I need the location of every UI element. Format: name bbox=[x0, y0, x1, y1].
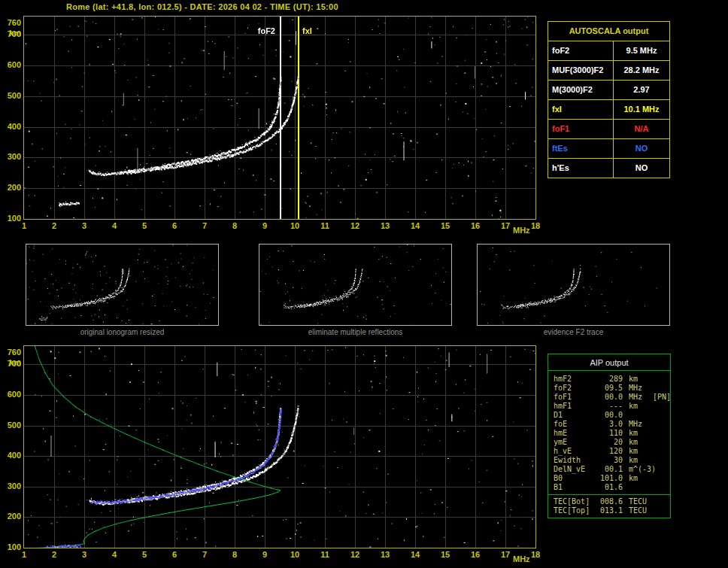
x-tick-label: 14 bbox=[407, 222, 423, 230]
aip-tec-label: TEC[Top] bbox=[554, 506, 597, 515]
aip-row-label: hmF1 bbox=[554, 402, 597, 411]
autoscala-row-label: foF1 bbox=[548, 120, 613, 138]
aip-row-unit: MHz bbox=[629, 384, 642, 393]
aip-table-rows: hmF2289kmfoF209.5MHzfoF100.0MHz[PN]hmF1-… bbox=[548, 371, 670, 494]
aip-row-value: 00.0 bbox=[597, 393, 623, 402]
aip-row: foE3.0MHz bbox=[554, 420, 670, 429]
aip-row: DelN_vE00.1m^(-3) bbox=[554, 465, 670, 474]
x-tick-label: 7 bbox=[196, 222, 213, 230]
aip-tec-row: TEC[Top]013.1TECU bbox=[554, 506, 670, 515]
aip-tec-rows: TEC[Bot]008.6TECUTEC[Top]013.1TECU bbox=[548, 494, 670, 518]
autoscala-row-label: h'Es bbox=[548, 159, 613, 178]
autoscala-row-value: NO bbox=[613, 159, 669, 178]
x-tick-label: 15 bbox=[437, 222, 453, 230]
x-tick-label: 16 bbox=[467, 551, 484, 559]
autoscala-row-value: 28.2 MHz bbox=[613, 61, 669, 80]
x-tick-label: 6 bbox=[166, 551, 183, 559]
x-tick-label: 5 bbox=[136, 551, 153, 559]
x-tick-label: 16 bbox=[467, 222, 484, 230]
x-tick-label: 13 bbox=[377, 551, 393, 559]
aip-row-label: hmE bbox=[554, 429, 597, 438]
autoscala-row-value: 10.1 MHz bbox=[613, 100, 669, 119]
x-tick-label: 2 bbox=[46, 222, 62, 230]
aip-tec-row: TEC[Bot]008.6TECU bbox=[554, 497, 670, 506]
aip-row-label: DelN_vE bbox=[554, 465, 597, 474]
autoscala-row: ftEsNO bbox=[548, 138, 669, 158]
y-tick-label: 500 bbox=[0, 92, 21, 100]
aip-row-label: foF1 bbox=[554, 393, 597, 402]
aip-row: ymE20km bbox=[554, 438, 670, 447]
aip-row-note: [PN] bbox=[653, 393, 671, 401]
aip-row: hmF2289km bbox=[554, 375, 670, 384]
aip-tec-value: 008.6 bbox=[597, 497, 623, 506]
aip-row-value: 20 bbox=[597, 438, 623, 447]
aip-tec-label: TEC[Bot] bbox=[554, 497, 597, 506]
x-tick-label: 13 bbox=[377, 222, 393, 230]
aip-row-value: 289 bbox=[597, 375, 623, 384]
thumbnail-caption-original: original ionogram resized bbox=[26, 328, 219, 336]
aip-row-label: ymE bbox=[554, 438, 597, 447]
y-tick-label: 600 bbox=[0, 61, 21, 69]
x-tick-label: 10 bbox=[287, 551, 303, 559]
aip-row-unit: km bbox=[629, 402, 638, 411]
aip-row-value: 01.6 bbox=[597, 483, 623, 492]
aip-row-value: 30 bbox=[597, 456, 623, 465]
autoscala-row-value: 2.97 bbox=[613, 80, 669, 99]
x-tick-label: 3 bbox=[76, 551, 93, 559]
x-tick-label: 6 bbox=[166, 222, 183, 230]
aip-row-label: B1 bbox=[554, 483, 597, 492]
y-axis-unit-label: km bbox=[0, 359, 21, 367]
x-tick-label: 2 bbox=[46, 551, 62, 559]
x-tick-label: 4 bbox=[106, 222, 123, 230]
y-tick-label: 400 bbox=[0, 451, 21, 460]
autoscala-row-label: M(3000)F2 bbox=[548, 80, 613, 99]
y-axis-unit-label: km bbox=[0, 29, 21, 38]
x-tick-label: 8 bbox=[226, 551, 243, 559]
x-tick-label: 8 bbox=[226, 222, 243, 230]
fxi-marker-label: fxI bbox=[302, 27, 312, 35]
autoscala-row: h'EsNO bbox=[548, 158, 669, 178]
aip-row-unit: km bbox=[629, 456, 638, 465]
aip-tec-value: 013.1 bbox=[597, 506, 623, 515]
x-tick-label: 10 bbox=[287, 222, 303, 230]
aip-row-value: 120 bbox=[597, 447, 623, 456]
autoscala-row: MUF(3000)F228.2 MHz bbox=[548, 60, 669, 80]
aip-row: h_vE120km bbox=[554, 447, 670, 456]
aip-row-label: h_vE bbox=[554, 447, 597, 456]
autoscala-table-rows: foF29.5 MHzMUF(3000)F228.2 MHzM(3000)F22… bbox=[548, 41, 669, 178]
aip-row-value: 110 bbox=[597, 429, 623, 438]
aip-row-unit: MHz bbox=[629, 393, 642, 402]
autoscala-row-label: MUF(3000)F2 bbox=[548, 61, 613, 80]
aip-row: foF100.0MHz[PN] bbox=[554, 393, 670, 402]
page-title: Rome (lat: +41.8, lon: 012.5) - DATE: 20… bbox=[66, 2, 338, 11]
x-axis-unit-label: MHz bbox=[513, 555, 530, 563]
thumbnail-original-ionogram bbox=[26, 244, 219, 326]
thumbnail-original-canvas bbox=[26, 245, 218, 325]
x-tick-label: 11 bbox=[317, 222, 333, 230]
aip-row-value: 3.0 bbox=[597, 420, 623, 429]
thumbnail-f2-trace-canvas bbox=[478, 245, 669, 325]
autoscala-row: fxI10.1 MHz bbox=[548, 99, 669, 119]
aip-row: hmE110km bbox=[554, 429, 670, 438]
x-axis-unit-label: MHz bbox=[513, 226, 530, 235]
aip-row-label: foF2 bbox=[554, 384, 597, 393]
aip-row-value: 00.1 bbox=[597, 465, 623, 474]
aip-row: B0101.0km bbox=[554, 474, 670, 483]
x-tick-label: 9 bbox=[256, 222, 273, 230]
y-tick-label: 600 bbox=[0, 390, 21, 399]
aip-row: D100.0 bbox=[554, 411, 670, 420]
aip-tec-unit: TECU bbox=[629, 497, 647, 506]
autoscala-row-value: N/A bbox=[613, 120, 669, 138]
thumbnail-caption-reflections: eliminate multiple reflections bbox=[259, 328, 452, 336]
x-tick-label: 1 bbox=[16, 551, 32, 559]
autoscala-row: M(3000)F22.97 bbox=[548, 80, 669, 99]
aip-row-unit: m^(-3) bbox=[629, 465, 656, 474]
aip-row-value: 00.0 bbox=[597, 411, 623, 420]
x-tick-label: 4 bbox=[106, 551, 123, 559]
x-tick-label: 12 bbox=[347, 222, 363, 230]
y-tick-label: 300 bbox=[0, 482, 21, 491]
x-tick-label: 12 bbox=[347, 551, 363, 559]
thumbnail-multiple-reflections-canvas bbox=[259, 245, 451, 325]
autoscala-row-value: 9.5 MHz bbox=[613, 41, 669, 60]
top-ionogram-plot bbox=[23, 16, 536, 220]
